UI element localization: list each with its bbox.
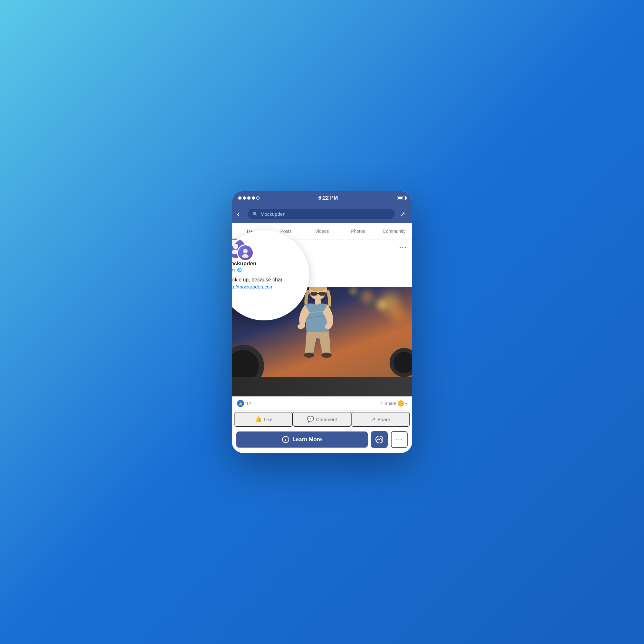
- magnify-time: 2 hrs: [232, 268, 235, 272]
- magnify-globe-icon: 🌐: [237, 268, 242, 272]
- info-icon: i: [282, 436, 289, 443]
- messenger-icon: [375, 435, 384, 444]
- magnify-link[interactable]: http://mockupden.com: [232, 284, 302, 289]
- reactions-left: 👍 12: [237, 400, 251, 407]
- status-time: 6:22 PM: [318, 195, 338, 201]
- like-icon: 👍: [255, 416, 262, 423]
- svg-point-9: [304, 353, 314, 358]
- phone-frame: 6:22 PM ‹ 🔍 Mockupden ↗ H+ Posts Videos …: [232, 191, 412, 453]
- svg-point-7: [298, 324, 304, 329]
- reactions-right: 1 Share ▾: [381, 400, 407, 407]
- magnify-username: Mockupden: [232, 260, 302, 267]
- learn-more-label: Learn More: [292, 436, 322, 443]
- bokeh-light-5: [349, 287, 357, 295]
- messenger-button[interactable]: [371, 431, 388, 448]
- signal-dot-3: [247, 196, 251, 200]
- search-bar[interactable]: 🔍 Mockupden: [248, 209, 395, 219]
- magnify-main-text: Buckle up, because char: [232, 277, 302, 283]
- signal-dot-4: [252, 196, 255, 200]
- share-icon[interactable]: ↗: [398, 210, 407, 218]
- signal-dot-5: [256, 196, 260, 200]
- share-label: Share: [377, 417, 390, 422]
- share-action-icon: ↗: [371, 416, 375, 423]
- like-button[interactable]: 👍 Like: [234, 412, 293, 427]
- svg-point-3: [242, 254, 249, 258]
- like-label: Like: [264, 417, 273, 422]
- comment-label: Comment: [316, 417, 337, 422]
- vehicle-platform: [232, 377, 412, 396]
- signal-dot-2: [243, 196, 246, 200]
- emoji-dot: [398, 400, 404, 407]
- share-button[interactable]: ↗ Share: [351, 412, 410, 427]
- back-button[interactable]: ‹: [237, 210, 245, 218]
- tab-videos-label: Videos: [315, 229, 329, 234]
- comment-button[interactable]: 💬 Comment: [293, 412, 351, 427]
- avatar: [237, 244, 254, 261]
- like-badge: 👍: [237, 400, 244, 407]
- bokeh-light-4: [390, 306, 406, 322]
- svg-point-10: [321, 353, 332, 358]
- bokeh-light-2: [361, 290, 374, 303]
- tab-community-label: Community: [383, 229, 406, 234]
- action-buttons-row: 👍 Like 💬 Comment ↗ Share: [232, 411, 412, 428]
- svg-point-8: [325, 324, 331, 329]
- share-count: 1 Share: [381, 401, 396, 406]
- magnify-overlay: Mockupden 2 hrs 🌐 Buckle up, because cha…: [232, 230, 309, 320]
- more-options-button[interactable]: ···: [391, 431, 408, 448]
- svg-rect-11: [310, 292, 317, 296]
- wheel-right: [390, 348, 412, 377]
- bokeh-light-3: [377, 300, 386, 309]
- signal-indicator: [238, 196, 260, 200]
- avatar-wrapper: [237, 244, 254, 261]
- dropdown-arrow-icon[interactable]: ▾: [405, 402, 407, 405]
- thumbs-up-icon: 👍: [238, 402, 243, 406]
- cta-area: i Learn More ···: [232, 428, 412, 453]
- more-options-icon: ···: [396, 437, 402, 442]
- tab-photos[interactable]: Photos: [340, 223, 376, 240]
- magnify-time-row: 2 hrs 🌐: [232, 268, 302, 272]
- reactions-bar: 👍 12 1 Share ▾: [232, 396, 412, 411]
- post-more-button[interactable]: ···: [399, 244, 407, 251]
- tab-community[interactable]: Community: [376, 223, 412, 240]
- learn-more-button[interactable]: i Learn More: [236, 431, 368, 448]
- comment-icon: 💬: [307, 416, 314, 423]
- reactions-count: 12: [246, 401, 251, 406]
- svg-rect-12: [319, 292, 326, 296]
- status-bar: 6:22 PM: [232, 191, 412, 205]
- battery-indicator: [397, 196, 406, 200]
- tab-videos[interactable]: Videos: [304, 223, 340, 240]
- post-container: Mockupden 2 hrs 🌐 Buckle up, because cha…: [232, 240, 412, 453]
- search-icon: 🔍: [252, 212, 258, 217]
- signal-dot-1: [238, 196, 241, 200]
- nav-bar: ‹ 🔍 Mockupden ↗: [232, 205, 412, 223]
- battery-fill: [398, 197, 403, 199]
- search-text: Mockupden: [260, 211, 286, 217]
- svg-point-2: [243, 249, 248, 253]
- tab-photos-label: Photos: [351, 229, 365, 234]
